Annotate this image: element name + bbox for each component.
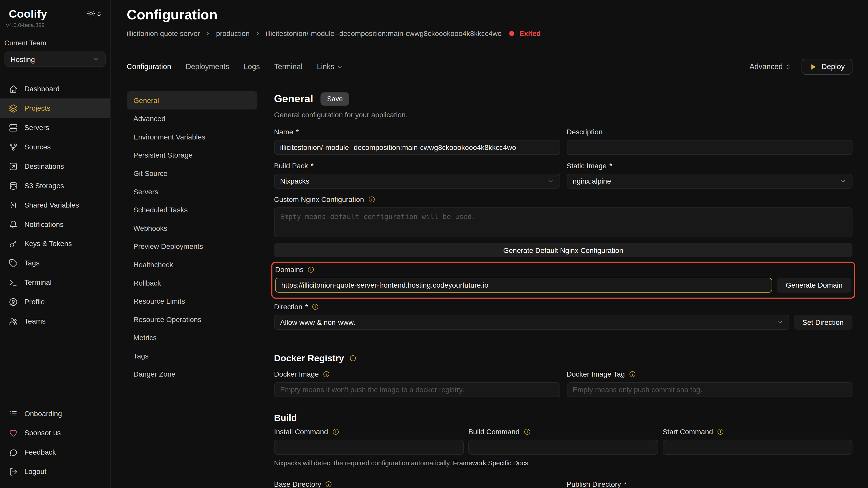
info-icon[interactable]	[717, 428, 724, 435]
docker-registry-heading: Docker Registry	[274, 353, 852, 363]
sidebar-item-keys-tokens[interactable]: Keys & Tokens	[0, 234, 110, 254]
config-nav-environment-variables[interactable]: Environment Variables	[127, 128, 257, 146]
config-nav-git-source[interactable]: Git Source	[127, 164, 257, 183]
config-nav-general[interactable]: General	[127, 91, 257, 110]
status-dot	[509, 31, 515, 36]
docker-image-tag-field: Docker Image Tag	[567, 370, 853, 397]
braces-x-icon	[9, 200, 18, 209]
info-icon[interactable]	[312, 303, 319, 310]
tab-logs[interactable]: Logs	[244, 62, 260, 71]
deploy-button-label: Deploy	[822, 62, 845, 71]
info-icon[interactable]	[332, 428, 339, 435]
general-section-head: General Save	[274, 92, 852, 105]
config-nav-servers[interactable]: Servers	[127, 183, 257, 201]
generate-nginx-button[interactable]: Generate Default Nginx Configuration	[274, 243, 852, 257]
config-nav-advanced[interactable]: Advanced	[127, 110, 257, 128]
static-image-field: Static Image * nginx:alpine	[567, 162, 853, 189]
framework-docs-link[interactable]: Framework Specific Docs	[453, 459, 528, 467]
sidebar-item-label: Profile	[24, 297, 45, 306]
nginx-config-textarea[interactable]	[274, 207, 852, 237]
sidebar-item-notifications[interactable]: Notifications	[0, 215, 110, 234]
key-icon	[9, 239, 18, 248]
config-subnav: General Advanced Environment Variables P…	[127, 91, 257, 488]
config-nav-scheduled-tasks[interactable]: Scheduled Tasks	[127, 201, 257, 219]
info-icon[interactable]	[629, 371, 636, 378]
sidebar-item-teams[interactable]: Teams	[0, 311, 110, 331]
tab-configuration[interactable]: Configuration	[127, 62, 171, 71]
deploy-button[interactable]: Deploy	[802, 59, 853, 75]
advanced-dropdown[interactable]: Advanced	[749, 62, 792, 71]
advanced-label: Advanced	[749, 62, 782, 71]
nginx-config-label: Custom Nginx Configuration	[274, 195, 852, 204]
sidebar-item-onboarding[interactable]: Onboarding	[0, 404, 110, 423]
sidebar-item-logout[interactable]: Logout	[0, 462, 110, 481]
sidebar-item-profile[interactable]: Profile	[0, 292, 110, 312]
config-nav-resource-operations[interactable]: Resource Operations	[127, 310, 257, 329]
config-nav-webhooks[interactable]: Webhooks	[127, 219, 257, 237]
direction-select[interactable]: Allow www & non-www.	[274, 315, 789, 330]
info-icon[interactable]	[307, 266, 315, 273]
build-command-label: Build Command	[468, 428, 658, 436]
sidebar-nav: Dashboard Projects Servers Sources Desti…	[0, 79, 110, 331]
save-button[interactable]: Save	[320, 92, 349, 105]
sidebar-item-label: Feedback	[24, 448, 56, 456]
config-nav-metrics[interactable]: Metrics	[127, 329, 257, 347]
layers-icon	[9, 104, 18, 113]
coolify-app: Coolify v4.0.0-beta.399 Current Team Hos…	[0, 0, 868, 488]
breadcrumb-application[interactable]: illicitestonion/-module--decomposition:m…	[266, 29, 502, 38]
config-nav-rollback[interactable]: Rollback	[127, 274, 257, 292]
name-input[interactable]	[274, 140, 560, 155]
heart-icon	[9, 428, 18, 437]
play-icon	[809, 63, 817, 70]
info-icon[interactable]	[349, 355, 356, 362]
build-command-field: Build Command	[468, 428, 658, 455]
info-icon[interactable]	[523, 428, 530, 435]
config-nav-danger-zone[interactable]: Danger Zone	[127, 365, 257, 384]
build-pack-select[interactable]: Nixpacks	[274, 174, 560, 189]
tab-terminal[interactable]: Terminal	[274, 62, 303, 71]
config-nav-tags[interactable]: Tags	[127, 347, 257, 365]
home-icon	[9, 85, 18, 93]
info-icon[interactable]	[323, 371, 330, 378]
sidebar-item-label: Logout	[24, 467, 46, 476]
docker-image-tag-input[interactable]	[567, 382, 853, 397]
description-input[interactable]	[567, 140, 853, 155]
domains-input[interactable]	[275, 278, 772, 293]
breadcrumb-environment[interactable]: production	[216, 29, 250, 38]
team-select[interactable]: Hosting	[4, 52, 105, 67]
tab-links[interactable]: Links	[317, 62, 343, 71]
sidebar-item-destinations[interactable]: Destinations	[0, 157, 110, 176]
static-image-select[interactable]: nginx:alpine	[567, 174, 853, 189]
sidebar-item-shared-variables[interactable]: Shared Variables	[0, 195, 110, 215]
sidebar-item-tags[interactable]: Tags	[0, 254, 110, 273]
breadcrumb-project[interactable]: illicitonion quote server	[127, 29, 200, 38]
general-section-title: General	[274, 93, 313, 105]
sidebar-item-sources[interactable]: Sources	[0, 137, 110, 157]
config-nav-healthcheck[interactable]: Healthcheck	[127, 256, 257, 274]
nixpacks-hint: Nixpacks will detect the required config…	[274, 459, 852, 467]
theme-toggle[interactable]	[87, 9, 102, 18]
config-nav-persistent-storage[interactable]: Persistent Storage	[127, 146, 257, 164]
sidebar-item-s3-storages[interactable]: S3 Storages	[0, 176, 110, 195]
start-command-input[interactable]	[662, 440, 852, 455]
build-command-input[interactable]	[468, 440, 658, 455]
build-pack-label: Build Pack *	[274, 162, 560, 170]
sidebar-item-label: Servers	[24, 123, 49, 132]
docker-image-input[interactable]	[274, 382, 560, 397]
info-icon[interactable]	[325, 481, 332, 488]
sidebar-item-projects[interactable]: Projects	[0, 98, 110, 118]
sidebar-item-sponsor-us[interactable]: Sponsor us	[0, 423, 110, 443]
config-nav-preview-deployments[interactable]: Preview Deployments	[127, 237, 257, 256]
tab-deployments[interactable]: Deployments	[185, 62, 229, 71]
sidebar-item-terminal[interactable]: Terminal	[0, 273, 110, 292]
required-asterisk: *	[609, 162, 612, 170]
sidebar-item-servers[interactable]: Servers	[0, 118, 110, 137]
config-nav-resource-limits[interactable]: Resource Limits	[127, 292, 257, 311]
install-command-input[interactable]	[274, 440, 464, 455]
generate-domain-button[interactable]: Generate Domain	[777, 278, 851, 293]
sidebar-item-dashboard[interactable]: Dashboard	[0, 79, 110, 98]
info-icon[interactable]	[368, 196, 375, 203]
general-form: General Save General configuration for y…	[274, 91, 852, 488]
sidebar-item-feedback[interactable]: Feedback	[0, 443, 110, 462]
set-direction-button[interactable]: Set Direction	[794, 315, 852, 330]
